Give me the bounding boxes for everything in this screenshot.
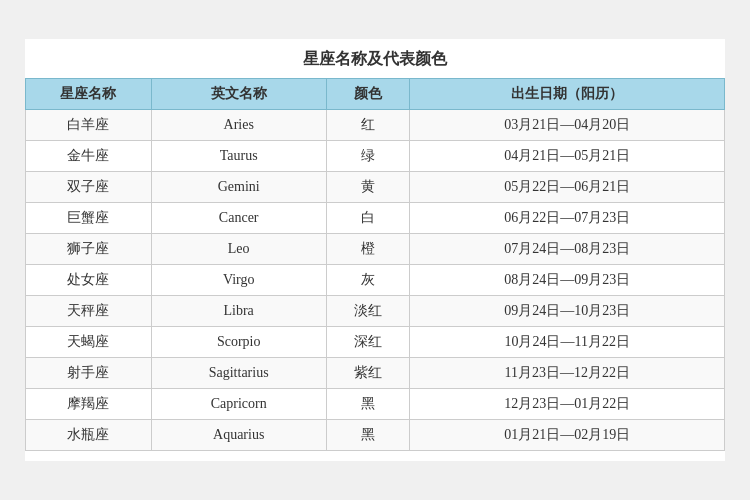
cell-color: 淡红: [326, 296, 410, 327]
table-row: 天秤座Libra淡红09月24日—10月23日: [26, 296, 725, 327]
cell-en: Gemini: [151, 172, 326, 203]
cell-en: Leo: [151, 234, 326, 265]
cell-cn: 天秤座: [26, 296, 152, 327]
cell-date: 06月22日—07月23日: [410, 203, 725, 234]
table-body: 白羊座Aries红03月21日—04月20日金牛座Taurus绿04月21日—0…: [26, 110, 725, 451]
cell-color: 黄: [326, 172, 410, 203]
cell-color: 绿: [326, 141, 410, 172]
table-row: 射手座Sagittarius紫红11月23日—12月22日: [26, 358, 725, 389]
main-container: 星座名称及代表颜色 星座名称 英文名称 颜色 出生日期（阳历） 白羊座Aries…: [25, 39, 725, 461]
cell-color: 黑: [326, 389, 410, 420]
table-row: 巨蟹座Cancer白06月22日—07月23日: [26, 203, 725, 234]
cell-en: Scorpio: [151, 327, 326, 358]
cell-date: 09月24日—10月23日: [410, 296, 725, 327]
cell-en: Capricorn: [151, 389, 326, 420]
cell-en: Aries: [151, 110, 326, 141]
header-color: 颜色: [326, 79, 410, 110]
cell-cn: 天蝎座: [26, 327, 152, 358]
cell-date: 12月23日—01月22日: [410, 389, 725, 420]
cell-en: Sagittarius: [151, 358, 326, 389]
header-date: 出生日期（阳历）: [410, 79, 725, 110]
table-row: 双子座Gemini黄05月22日—06月21日: [26, 172, 725, 203]
cell-cn: 狮子座: [26, 234, 152, 265]
cell-color: 红: [326, 110, 410, 141]
cell-en: Aquarius: [151, 420, 326, 451]
table-row: 白羊座Aries红03月21日—04月20日: [26, 110, 725, 141]
cell-date: 05月22日—06月21日: [410, 172, 725, 203]
cell-color: 深红: [326, 327, 410, 358]
cell-cn: 金牛座: [26, 141, 152, 172]
cell-cn: 双子座: [26, 172, 152, 203]
cell-en: Cancer: [151, 203, 326, 234]
table-row: 水瓶座Aquarius黑01月21日—02月19日: [26, 420, 725, 451]
table-row: 金牛座Taurus绿04月21日—05月21日: [26, 141, 725, 172]
cell-en: Virgo: [151, 265, 326, 296]
cell-cn: 水瓶座: [26, 420, 152, 451]
cell-date: 01月21日—02月19日: [410, 420, 725, 451]
cell-date: 10月24日—11月22日: [410, 327, 725, 358]
cell-color: 紫红: [326, 358, 410, 389]
cell-date: 08月24日—09月23日: [410, 265, 725, 296]
cell-cn: 巨蟹座: [26, 203, 152, 234]
page-title: 星座名称及代表颜色: [25, 49, 725, 70]
header-en: 英文名称: [151, 79, 326, 110]
cell-color: 橙: [326, 234, 410, 265]
table-row: 处女座Virgo灰08月24日—09月23日: [26, 265, 725, 296]
cell-date: 07月24日—08月23日: [410, 234, 725, 265]
cell-color: 灰: [326, 265, 410, 296]
cell-date: 03月21日—04月20日: [410, 110, 725, 141]
cell-color: 白: [326, 203, 410, 234]
cell-cn: 射手座: [26, 358, 152, 389]
cell-color: 黑: [326, 420, 410, 451]
cell-en: Taurus: [151, 141, 326, 172]
cell-cn: 白羊座: [26, 110, 152, 141]
cell-date: 04月21日—05月21日: [410, 141, 725, 172]
cell-date: 11月23日—12月22日: [410, 358, 725, 389]
table-row: 摩羯座Capricorn黑12月23日—01月22日: [26, 389, 725, 420]
table-row: 天蝎座Scorpio深红10月24日—11月22日: [26, 327, 725, 358]
header-cn: 星座名称: [26, 79, 152, 110]
table-header-row: 星座名称 英文名称 颜色 出生日期（阳历）: [26, 79, 725, 110]
cell-cn: 摩羯座: [26, 389, 152, 420]
cell-en: Libra: [151, 296, 326, 327]
zodiac-table: 星座名称 英文名称 颜色 出生日期（阳历） 白羊座Aries红03月21日—04…: [25, 78, 725, 451]
cell-cn: 处女座: [26, 265, 152, 296]
table-row: 狮子座Leo橙07月24日—08月23日: [26, 234, 725, 265]
